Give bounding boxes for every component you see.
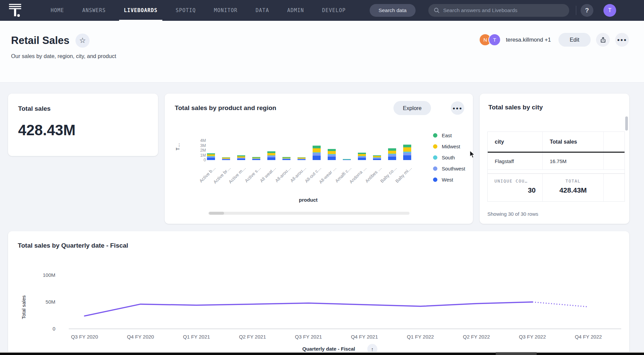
bar-segment-southwest[interactable] (313, 153, 321, 156)
line-xtick: Q4 FY 2022 (575, 334, 602, 340)
line-xtick: Q3 FY 2020 (71, 334, 98, 340)
chart-legend: EastMidwestSouthSouthwestWest (433, 130, 465, 185)
chart-hscrollbar-thumb[interactable] (209, 212, 224, 215)
line-xtick: Q3 FY 2022 (519, 334, 546, 340)
search-icon (434, 7, 440, 13)
sales-line[interactable] (85, 302, 532, 316)
bar-segment-west[interactable] (298, 159, 306, 160)
bar-xtick: All-out c… (292, 165, 322, 195)
bar-segment-east[interactable] (403, 145, 411, 148)
bar-segment-midwest[interactable] (403, 147, 411, 151)
line-ytick: 0 (53, 326, 55, 332)
legend-item-south[interactable]: South (433, 152, 465, 163)
bar-xtick: Active br… (202, 165, 231, 195)
column-header-total-sales[interactable]: Total sales (543, 132, 604, 152)
bar-segment-west[interactable] (252, 159, 260, 160)
search-data-button[interactable]: Search data (370, 4, 416, 17)
legend-item-southwest[interactable]: Southwest (433, 163, 465, 174)
bar-xtick: Amalfi c… (323, 165, 352, 195)
bar-segment-midwest[interactable] (328, 151, 336, 154)
legend-item-east[interactable]: East (433, 130, 465, 141)
bar-baby-mi-[interactable] (403, 145, 411, 160)
bar-all-out-c-[interactable] (313, 146, 321, 160)
bar-active-b-[interactable] (207, 153, 215, 160)
bar-segment-west[interactable] (358, 158, 366, 160)
bar-segment-west[interactable] (313, 156, 321, 160)
legend-item-midwest[interactable]: Midwest (433, 141, 465, 152)
bar-segment-west[interactable] (222, 159, 230, 160)
bar-segment-west[interactable] (343, 160, 351, 160)
nav-item-admin[interactable]: ADMIN (282, 0, 309, 21)
bar-segment-west[interactable] (237, 159, 245, 160)
bar-active-s-[interactable] (252, 157, 260, 160)
bar-segment-southwest[interactable] (403, 153, 411, 156)
bar-amalfi-c-[interactable] (343, 159, 351, 160)
nav-item-liveboards[interactable]: LIVEBOARDS (119, 0, 162, 21)
table-row-partial (488, 170, 625, 174)
nav-item-data[interactable]: DATA (251, 0, 274, 21)
bar-segment-west[interactable] (328, 157, 336, 160)
bar-segment-east[interactable] (313, 146, 321, 149)
bar-segment-midwest[interactable] (313, 148, 321, 152)
share-button[interactable] (596, 33, 610, 47)
more-options-button[interactable]: ●●● (615, 33, 629, 47)
bar-segment-west[interactable] (207, 158, 215, 160)
bar-x-axis-title: product (299, 197, 318, 203)
sales-line-projection[interactable] (532, 302, 588, 307)
collaborator-avatar-t[interactable]: T (488, 34, 501, 46)
nav-item-spotiq[interactable]: SPOTIQ (171, 0, 201, 21)
bar-andorra-[interactable] (358, 153, 366, 160)
bar-ytick: 3M (192, 143, 206, 148)
summary-unique-count-value: 30 (494, 186, 536, 194)
bar-active-m-[interactable] (237, 155, 245, 160)
city-table-title: Total sales by city (488, 104, 621, 111)
total-sales-kpi-card[interactable]: Total sales 428.43M (8, 94, 158, 156)
bar-segment-west[interactable] (388, 157, 396, 160)
share-icon (600, 37, 606, 43)
bar-all-arou-[interactable] (298, 157, 306, 160)
edit-button[interactable]: Edit (558, 33, 591, 47)
nav-item-monitor[interactable]: MONITOR (209, 0, 242, 21)
favorite-star-button[interactable]: ☆ (75, 34, 90, 48)
line-ytick: 100M (43, 272, 55, 278)
bar-segment-west[interactable] (373, 159, 381, 160)
owner-label[interactable]: teresa.killmond +1 (506, 37, 551, 43)
thoughtspot-logo[interactable] (8, 3, 22, 18)
bottom-scrollbar[interactable] (0, 352, 644, 355)
bar-segment-west[interactable] (267, 157, 275, 160)
bar-xtick: All-arou… (277, 165, 307, 195)
bar-all-weat-[interactable] (267, 151, 275, 160)
nav-item-answers[interactable]: ANSWERS (77, 0, 110, 21)
cell-empty (604, 153, 625, 169)
legend-item-west[interactable]: West (433, 174, 465, 185)
user-avatar[interactable]: T (603, 4, 616, 17)
bar-xtick: Antibes … (353, 165, 382, 195)
bar-segment-west[interactable] (282, 159, 290, 160)
bar-all-arou-[interactable] (282, 157, 290, 160)
bar-baby-co-[interactable] (388, 148, 396, 160)
nav-item-develop[interactable]: DEVELOP (317, 0, 350, 21)
bottom-scrollbar-thumb[interactable] (496, 352, 537, 355)
sort-ascending-icon[interactable]: ↑ (371, 346, 374, 352)
search-placeholder: Search answers and Liveboards (443, 7, 517, 13)
help-button[interactable]: ? (581, 4, 593, 17)
page-title: Retail Sales (11, 35, 69, 47)
bar-xtick: All weat… (247, 165, 277, 195)
bar-segment-west[interactable] (403, 155, 411, 160)
bar-all-wear-[interactable] (328, 149, 336, 160)
summary-total-value: 428.43M (543, 186, 603, 194)
bar-segment-midwest[interactable] (388, 151, 396, 154)
table-vscrollbar-thumb[interactable] (625, 116, 628, 131)
table-row[interactable]: Flagstaff16.75M (488, 153, 625, 170)
bar-xtick: All-arou… (262, 165, 292, 195)
bar-active-br-[interactable] (222, 157, 230, 160)
line-ytick: 50M (46, 299, 55, 305)
chart-hscrollbar[interactable] (208, 212, 410, 215)
column-header-city[interactable]: city (488, 132, 543, 152)
bar-xtick: Andorra … (338, 165, 367, 195)
stacked-bar-plot: 01M2M3M4MT…Active b…Active br…Active m…A… (165, 94, 473, 224)
nav-item-home[interactable]: HOME (46, 0, 69, 21)
line-xtick: Q1 FY 2022 (407, 334, 434, 340)
bar-antibes-[interactable] (373, 155, 381, 160)
global-search-input[interactable]: Search answers and Liveboards (428, 4, 569, 17)
